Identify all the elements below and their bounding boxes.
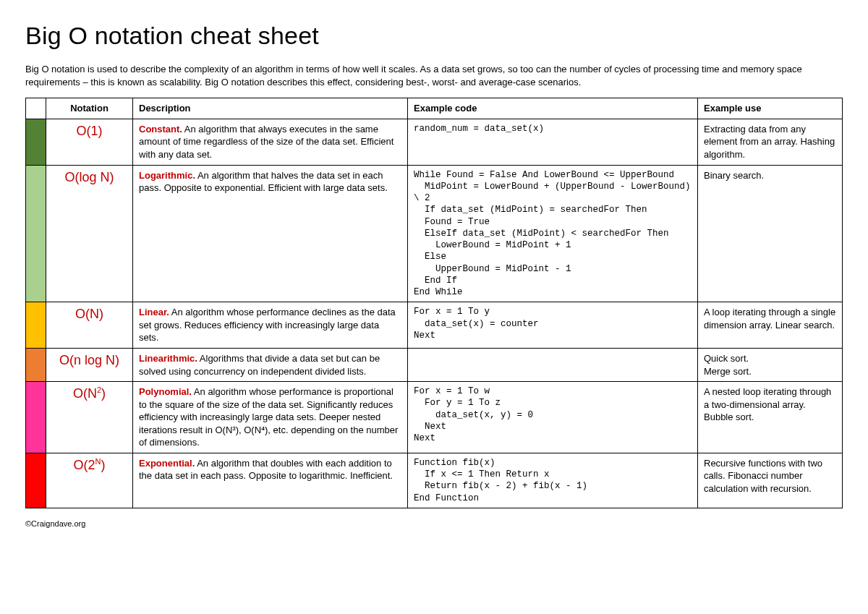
table-row: O(N)Linear. An algorithm whose performan… [26,302,843,349]
description-cell: Linear. An algorithm whose performance d… [133,302,408,349]
notation-cell: O(1) [46,119,133,165]
notation-cell: O(N2) [46,382,133,453]
description-term: Linear. [139,307,169,317]
example-code-cell [408,348,698,381]
table-row: O(2N)Exponential. An algorithm that doub… [26,453,843,508]
bigo-table: Notation Description Example code Exampl… [25,98,843,508]
complexity-color-swatch [26,302,46,349]
description-cell: Constant. An algorithm that always execu… [133,119,408,165]
example-use-cell: Extracting data from any element from an… [698,119,843,165]
table-row: O(1)Constant. An algorithm that always e… [26,119,843,165]
table-row: O(log N)Logarithmic. An algorithm that h… [26,165,843,302]
description-term: Exponential. [139,458,195,469]
example-use-cell: A nested loop iterating through a two-di… [698,382,843,453]
example-code-cell: For x = 1 To y data_set(x) = counter Nex… [408,302,698,349]
complexity-color-swatch [26,165,46,302]
notation-cell: O(log N) [46,165,133,302]
header-color [26,98,46,119]
example-code-cell: While Found = False And LowerBound <= Up… [408,165,698,302]
footer-credit: ©Craigndave.org [25,519,843,528]
page-title: Big O notation cheat sheet [25,22,843,50]
description-cell: Exponential. An algorithm that doubles w… [133,453,408,508]
complexity-color-swatch [26,453,46,508]
description-term: Constant. [139,124,182,135]
example-use-cell: Recursive functions with two calls. Fibo… [698,453,843,508]
description-term: Linearithmic. [139,353,197,364]
complexity-color-swatch [26,382,46,453]
description-text: An algorithm whose performance declines … [139,307,396,343]
table-row: O(n log N)Linearithmic. Algorithms that … [26,348,843,381]
description-cell: Logarithmic. An algorithm that halves th… [133,165,408,302]
description-cell: Linearithmic. Algorithms that divide a d… [133,348,408,381]
header-code: Example code [408,98,698,119]
notation-cell: O(N) [46,302,133,349]
notation-cell: O(n log N) [46,348,133,381]
table-row: O(N2)Polynomial. An algorithm whose perf… [26,382,843,453]
complexity-color-swatch [26,119,46,165]
notation-cell: O(2N) [46,453,133,508]
description-term: Polynomial. [139,386,192,397]
header-notation: Notation [46,98,133,119]
complexity-color-swatch [26,348,46,381]
example-use-cell: Quick sort. Merge sort. [698,348,843,381]
example-use-cell: Binary search. [698,165,843,302]
intro-paragraph: Big O notation is used to describe the c… [25,63,843,89]
example-use-cell: A loop iterating through a single dimens… [698,302,843,349]
header-description: Description [133,98,408,119]
header-use: Example use [698,98,843,119]
table-header-row: Notation Description Example code Exampl… [26,98,843,119]
example-code-cell: For x = 1 To w For y = 1 To z data_set(x… [408,382,698,453]
description-cell: Polynomial. An algorithm whose performan… [133,382,408,453]
example-code-cell: random_num = data_set(x) [408,119,698,165]
example-code-cell: Function fib(x) If x <= 1 Then Return x … [408,453,698,508]
description-term: Logarithmic. [139,170,195,181]
